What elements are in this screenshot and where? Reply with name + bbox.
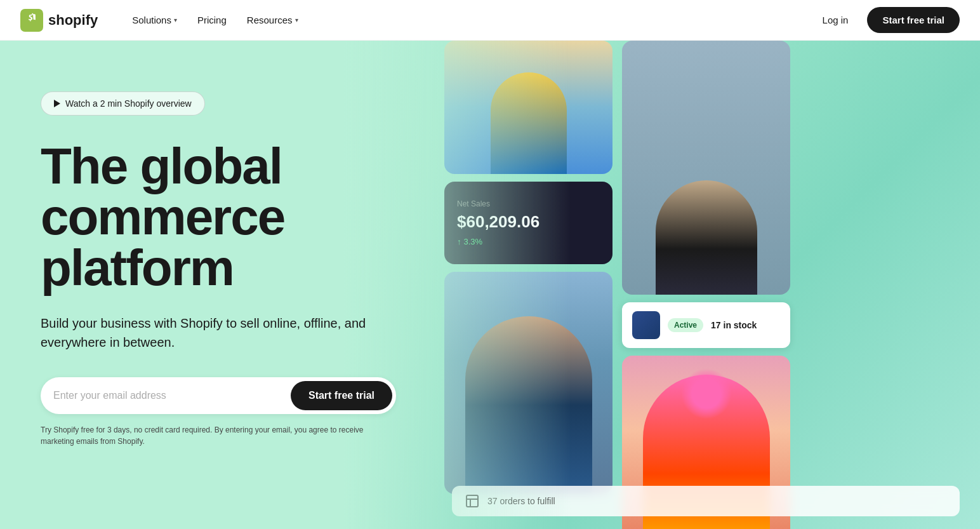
orders-icon [465, 493, 480, 509]
svg-rect-1 [467, 495, 478, 507]
nav-actions: Log in Start free trial [814, 7, 960, 33]
orders-bar: 37 orders to fulfill [452, 486, 960, 516]
hero-title: The global commerce platform [41, 141, 414, 293]
login-button[interactable]: Log in [814, 10, 858, 30]
two-people-photo [622, 41, 790, 295]
hero-images: Net Sales $60,209.06 ↑ 3.3% Active 17 in… [444, 41, 980, 529]
navigation: shopify Solutions ▾ Pricing Resources ▾ … [0, 0, 980, 41]
stock-thumbnail [632, 311, 660, 339]
nav-resources[interactable]: Resources ▾ [238, 10, 307, 30]
person-photo [444, 272, 612, 494]
watch-overview-button[interactable]: Watch a 2 min Shopify overview [41, 91, 205, 116]
shopify-logo-icon [20, 9, 43, 32]
sales-growth: ↑ 3.3% [457, 237, 600, 246]
logo-text: shopify [48, 12, 98, 29]
image-column-1: Net Sales $60,209.06 ↑ 3.3% [444, 41, 612, 494]
hero-content: Watch a 2 min Shopify overview The globa… [0, 41, 444, 478]
hero-subtitle: Build your business with Shopify to sell… [41, 314, 383, 352]
nav-solutions[interactable]: Solutions ▾ [123, 10, 186, 30]
chevron-down-icon: ▾ [174, 17, 177, 23]
nav-links: Solutions ▾ Pricing Resources ▾ [123, 10, 813, 30]
active-badge: Active [668, 318, 703, 332]
nav-trial-button[interactable]: Start free trial [867, 7, 960, 33]
svg-rect-0 [20, 9, 43, 32]
logo[interactable]: shopify [20, 9, 98, 32]
orders-text: 37 orders to fulfill [487, 496, 555, 506]
hero-section: Watch a 2 min Shopify overview The globa… [0, 0, 980, 529]
email-form: Start free trial [41, 377, 396, 414]
email-input[interactable] [53, 390, 291, 401]
nav-pricing[interactable]: Pricing [189, 10, 235, 30]
fashion-photo [444, 41, 612, 174]
start-trial-button[interactable]: Start free trial [291, 381, 392, 410]
sales-widget: Net Sales $60,209.06 ↑ 3.3% [444, 182, 612, 264]
image-column-2: Active 17 in stock [622, 41, 790, 529]
chevron-down-icon: ▾ [295, 17, 298, 23]
sales-label: Net Sales [457, 199, 600, 208]
stock-widget: Active 17 in stock [622, 302, 790, 348]
play-icon [54, 100, 60, 107]
stock-count: 17 in stock [711, 320, 757, 330]
disclaimer-text: Try Shopify free for 3 days, no credit c… [41, 424, 383, 447]
arrow-up-icon: ↑ [457, 237, 461, 246]
sales-amount: $60,209.06 [457, 212, 600, 232]
